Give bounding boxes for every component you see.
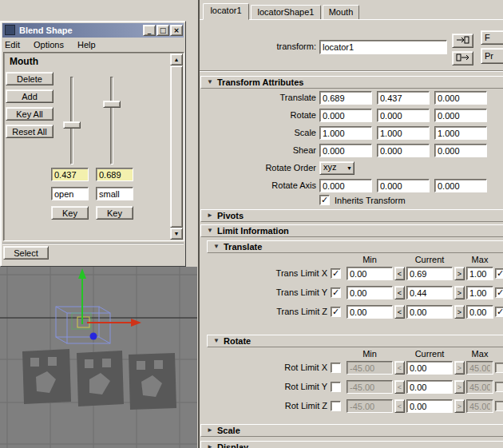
scroll-up-icon[interactable]: ▲ [170, 54, 183, 65]
max-field[interactable] [466, 286, 493, 299]
scale-x-field[interactable] [319, 126, 372, 140]
max-field[interactable] [466, 267, 493, 280]
min-enable-checkbox[interactable] [331, 363, 341, 373]
slider-handle-small[interactable] [103, 101, 121, 108]
menu-help[interactable]: Help [72, 38, 101, 50]
section-limit-information[interactable]: ▼ Limit Information [200, 224, 503, 237]
decrement-button[interactable]: < [394, 305, 405, 319]
min-enable-checkbox[interactable] [331, 382, 341, 392]
close-button[interactable]: × [170, 25, 183, 36]
section-scale[interactable]: ► Scale [200, 424, 503, 437]
min-field[interactable] [347, 286, 393, 299]
current-field[interactable] [406, 399, 453, 413]
rotate-axis-y-field[interactable] [377, 179, 430, 192]
decrement-button[interactable]: < [394, 286, 405, 299]
weight-field-small[interactable] [96, 168, 133, 181]
max-enable-checkbox[interactable] [495, 401, 503, 411]
delete-button[interactable]: Delete [6, 72, 53, 85]
translate-y-field[interactable] [377, 91, 430, 105]
maximize-button[interactable]: □ [156, 25, 169, 36]
menu-edit[interactable]: Edit [2, 38, 26, 50]
decrement-button[interactable]: < [394, 380, 405, 394]
section-transform-attributes[interactable]: ▼ Transform Attributes [200, 76, 503, 89]
min-enable-checkbox[interactable]: ✓ [331, 307, 341, 317]
max-enable-checkbox[interactable]: ✓ [495, 307, 503, 317]
key-button-small[interactable]: Key [96, 206, 133, 220]
scrollbar-thumb[interactable] [170, 65, 183, 228]
blend-shape-titlebar[interactable]: Blend Shape _ □ × [2, 23, 184, 38]
current-field[interactable] [406, 286, 453, 299]
slider-handle-open[interactable] [63, 121, 81, 129]
translate-z-field[interactable] [434, 91, 487, 105]
select-button[interactable]: Select [3, 246, 49, 260]
z-axis-handle[interactable] [90, 333, 97, 340]
scale-y-field[interactable] [377, 126, 430, 140]
target-name-field-small[interactable] [96, 187, 133, 200]
decrement-button[interactable]: < [394, 361, 405, 375]
shear-z-field[interactable] [434, 144, 487, 157]
shear-x-field[interactable] [319, 144, 372, 157]
slider-track-small[interactable] [110, 77, 113, 165]
max-field[interactable] [466, 305, 493, 319]
decrement-button[interactable]: < [394, 399, 405, 413]
rotate-axis-z-field[interactable] [434, 179, 487, 192]
max-enable-checkbox[interactable] [495, 363, 503, 373]
subsection-rotate-limits[interactable]: ▼ Rotate [207, 335, 503, 347]
blend-shape-target-area: Mouth Delete Add Key All Reset All Key K… [3, 52, 184, 241]
rotate-order-label: Rotate Order [200, 161, 316, 175]
slider-track-open[interactable] [70, 77, 73, 165]
presets-button[interactable]: Pr [481, 48, 503, 64]
rotate-x-field[interactable] [319, 109, 372, 122]
copy-tab-icon-button[interactable] [452, 51, 473, 65]
limit-row-label: Rot Limit X [200, 361, 327, 375]
min-field[interactable] [347, 267, 393, 280]
rotate-z-field[interactable] [434, 109, 487, 122]
increment-button[interactable]: > [454, 267, 465, 280]
min-enable-checkbox[interactable]: ✓ [331, 268, 341, 279]
min-enable-checkbox[interactable]: ✓ [331, 287, 341, 298]
rotate-y-field[interactable] [377, 109, 430, 122]
min-enable-checkbox[interactable] [331, 401, 341, 411]
increment-button[interactable]: > [454, 399, 465, 413]
current-field[interactable] [406, 361, 453, 375]
3d-viewport[interactable] [0, 267, 197, 448]
max-enable-checkbox[interactable] [495, 382, 503, 392]
increment-button[interactable]: > [454, 286, 465, 299]
reset-all-button[interactable]: Reset All [6, 125, 53, 138]
menu-options[interactable]: Options [28, 38, 69, 50]
key-button-open[interactable]: Key [51, 206, 89, 220]
increment-button[interactable]: > [454, 361, 465, 375]
transform-name-field[interactable] [319, 40, 447, 54]
add-button[interactable]: Add [6, 89, 53, 103]
max-enable-checkbox[interactable]: ✓ [495, 268, 503, 279]
weight-field-open[interactable] [51, 168, 89, 181]
target-name-field-open[interactable] [51, 187, 89, 200]
tab-locatorshape1[interactable]: locatorShape1 [251, 5, 321, 20]
section-display[interactable]: ► Display [200, 441, 503, 448]
increment-button[interactable]: > [454, 380, 465, 394]
inherits-transform-checkbox[interactable]: ✓ [319, 195, 330, 205]
decrement-button[interactable]: < [394, 267, 405, 280]
current-field[interactable] [406, 380, 453, 394]
vertical-scrollbar[interactable]: ▲ ▼ [170, 54, 183, 240]
section-pivots[interactable]: ► Pivots [200, 209, 503, 222]
subsection-translate-limits[interactable]: ▼ Translate [207, 240, 503, 253]
current-field[interactable] [406, 267, 453, 280]
key-all-button[interactable]: Key All [6, 107, 53, 121]
rotate-order-select[interactable]: xyz ▼ [319, 161, 354, 175]
current-field[interactable] [406, 305, 453, 319]
scroll-down-icon[interactable]: ▼ [170, 228, 183, 240]
rotate-axis-x-field[interactable] [319, 179, 372, 192]
translate-x-field[interactable] [319, 91, 372, 105]
increment-button[interactable]: > [454, 305, 465, 319]
shear-y-field[interactable] [377, 144, 430, 157]
pin-tab-icon-button[interactable] [452, 34, 473, 48]
minimize-button[interactable]: _ [143, 25, 156, 36]
tab-locator1[interactable]: locator1 [203, 3, 249, 20]
max-enable-checkbox[interactable]: ✓ [495, 287, 503, 298]
min-field[interactable] [347, 305, 393, 319]
focus-button[interactable]: F [481, 30, 503, 45]
tab-mouth[interactable]: Mouth [323, 5, 359, 20]
face-meshes[interactable] [22, 349, 176, 410]
scale-z-field[interactable] [434, 126, 487, 140]
